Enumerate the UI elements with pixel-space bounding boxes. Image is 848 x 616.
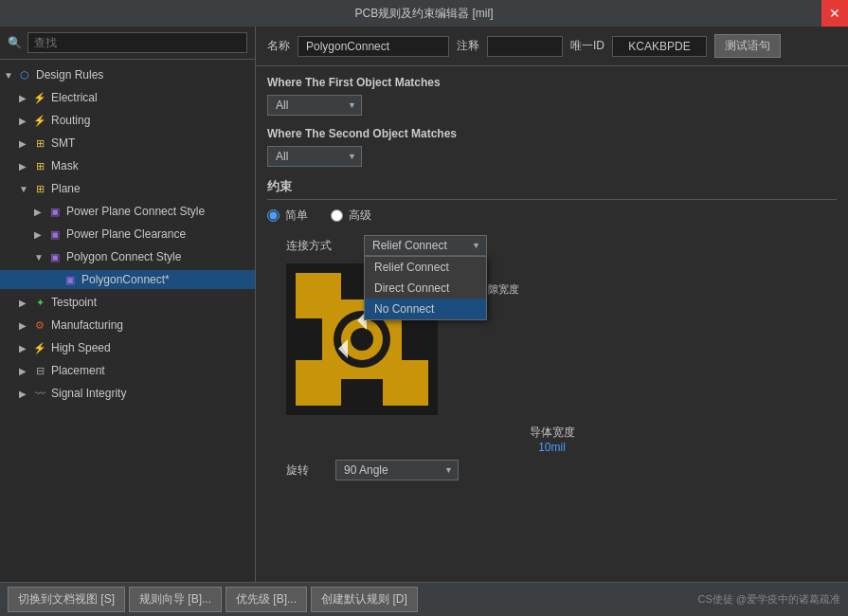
mask-icon: ⊞ [32,158,47,173]
conductor-value: 10mil [286,441,818,454]
constraint-title: 约束 [267,178,837,200]
expand-icon: ▶ [19,343,28,353]
folder-icon: ⬡ [17,67,32,82]
expand-icon: ▶ [34,207,44,217]
test-button[interactable]: 测试语句 [714,34,781,58]
leaf-icon: ▣ [63,272,78,287]
expand-icon: ▼ [19,184,28,194]
tree-item-mask[interactable]: ▶ ⊞ Mask [0,154,255,177]
close-button[interactable]: ✕ [821,0,848,27]
watermark-text: CS使徒 @爱学疫中的诸葛疏准 [697,592,840,607]
testpoint-icon: ✦ [32,295,47,310]
option-no-connect[interactable]: No Connect [365,299,486,319]
tree-item-highspeed[interactable]: ▶ ⚡ High Speed [0,336,255,359]
expand-icon: ▶ [34,229,44,240]
tree-item-routing[interactable]: ▶ ⚡ Routing [0,109,255,132]
main-window: PCB规则及约束编辑器 [mil] ✕ 🔍 ▼ ⬡ Design Rules [0,0,848,616]
advanced-label: 高级 [349,208,371,224]
tree-label-text: SMT [51,136,75,150]
expand-icon: ▶ [19,320,28,331]
left-panel: 🔍 ▼ ⬡ Design Rules ▶ [0,27,256,582]
tree-item-plane[interactable]: ▼ ⊞ Plane [0,177,255,200]
main-content: 🔍 ▼ ⬡ Design Rules ▶ [0,27,848,582]
titlebar: PCB规则及约束编辑器 [mil] ✕ [0,0,848,27]
advanced-button[interactable]: 优先级 [B]... [226,587,307,612]
tree-item-manufacturing[interactable]: ▶ ⚙ Manufacturing [0,314,255,336]
electrical-icon: ⚡ [32,90,47,105]
uid-value: KCAKBPDE [612,36,707,57]
create-default-button[interactable]: 创建默认规则 [D] [311,587,418,612]
where-second-select[interactable]: All [267,146,362,167]
tree-item-placement[interactable]: ▶ ⊟ Placement [0,359,255,382]
tree-item-signalintegrity[interactable]: ▶ 〰 Signal Integrity [0,382,255,405]
tree-label-text: Manufacturing [51,318,123,332]
svg-rect-5 [402,318,428,360]
rule-icon: ▣ [47,226,63,242]
right-panel: 名称 注释 唯一ID KCAKBPDE 测试语句 Where The First… [256,27,848,582]
connect-select-display[interactable]: Relief Connect ▼ [364,235,487,256]
expand-icon: ▶ [19,138,28,149]
where-first-row: All [267,95,837,116]
tree-label-text: Placement [51,364,105,377]
tree-item-pgcs[interactable]: ▼ ▣ Polygon Connect Style [0,245,255,268]
rule-name-input[interactable] [298,36,449,57]
option-direct-connect[interactable]: Direct Connect [365,278,486,299]
advanced-radio-label[interactable]: 高级 [331,208,371,224]
uid-label: 唯一ID [570,38,604,54]
expand-icon: ▶ [19,389,28,399]
svg-rect-7 [322,335,334,344]
connect-dropdown-menu: Relief Connect Direct Connect No Connect [364,256,487,320]
search-icon: 🔍 [8,36,22,49]
tree-item-polygonconnect[interactable]: ▶ ▣ PolygonConnect* [0,268,255,291]
comment-input[interactable] [487,36,563,57]
connect-dropdown-container: Relief Connect ▼ Relief Connect Direct C… [364,235,487,256]
connect-row: 连接方式 Relief Connect ▼ Relief Connect Dir… [267,235,837,256]
tree-item-ppcs[interactable]: ▶ ▣ Power Plane Connect Style [0,200,255,223]
routing-icon: ⚡ [32,113,47,128]
tree-item-electrical[interactable]: ▶ ⚡ Electrical [0,86,255,109]
expand-icon: ▶ [19,116,28,126]
svg-rect-4 [296,318,322,360]
tree-label-text: Signal Integrity [51,387,126,400]
mfg-icon: ⚙ [32,317,47,333]
simple-label: 简单 [285,208,308,224]
window-title: PCB规则及约束编辑器 [mil] [354,6,493,22]
svg-rect-10 [357,368,367,379]
advanced-radio[interactable] [331,209,343,222]
tree-item-testpoint[interactable]: ▶ ✦ Testpoint [0,291,255,314]
connect-label: 连接方式 [286,238,352,254]
tree-item-ppc[interactable]: ▶ ▣ Power Plane Clearance [0,223,255,245]
svg-point-12 [351,328,373,351]
tree-label-text: Electrical [51,91,98,104]
tree-view: ▼ ⬡ Design Rules ▶ ⚡ Electrical [0,60,255,582]
simple-radio[interactable] [267,209,280,222]
tree-label-text: Mask [51,159,79,172]
name-label: 名称 [267,38,290,54]
tree-item-design-rules[interactable]: ▼ ⬡ Design Rules [0,63,255,86]
where-second-row: All [267,146,837,167]
option-relief-connect[interactable]: Relief Connect [365,257,486,278]
rule-wizard-button[interactable]: 规则向导 [B]... [129,587,222,612]
expand-icon: ▶ [19,366,28,376]
tree-label-text: Polygon Connect Style [66,250,181,263]
simple-radio-label[interactable]: 简单 [267,208,308,224]
where-second-title: Where The Second Object Matches [267,127,837,140]
expand-icon: ▶ [19,161,28,172]
tree-label-text: Plane [51,182,81,195]
svg-rect-8 [390,335,402,344]
rotation-select[interactable]: 90 Angle 45 Angle [335,460,459,480]
tree-label-text: Power Plane Connect Style [66,205,205,218]
constraint-section: 约束 简单 高级 [267,178,837,480]
conductor-label: 导体宽度 [286,425,818,441]
tree-item-smt[interactable]: ▶ ⊞ SMT [0,132,255,154]
rule-header: 名称 注释 唯一ID KCAKBPDE 测试语句 [256,27,848,66]
highspeed-icon: ⚡ [32,340,47,355]
search-input[interactable] [27,32,247,53]
rotation-dropdown-wrapper: 90 Angle 45 Angle [335,460,459,480]
doc-view-button[interactable]: 切换到文档视图 [S] [8,587,125,612]
tree-label-text: Power Plane Clearance [66,227,186,241]
expand-icon: ▶ [19,93,28,103]
expand-icon: ▶ [19,298,28,308]
smt-icon: ⊞ [32,136,47,151]
where-first-select[interactable]: All [267,95,362,116]
